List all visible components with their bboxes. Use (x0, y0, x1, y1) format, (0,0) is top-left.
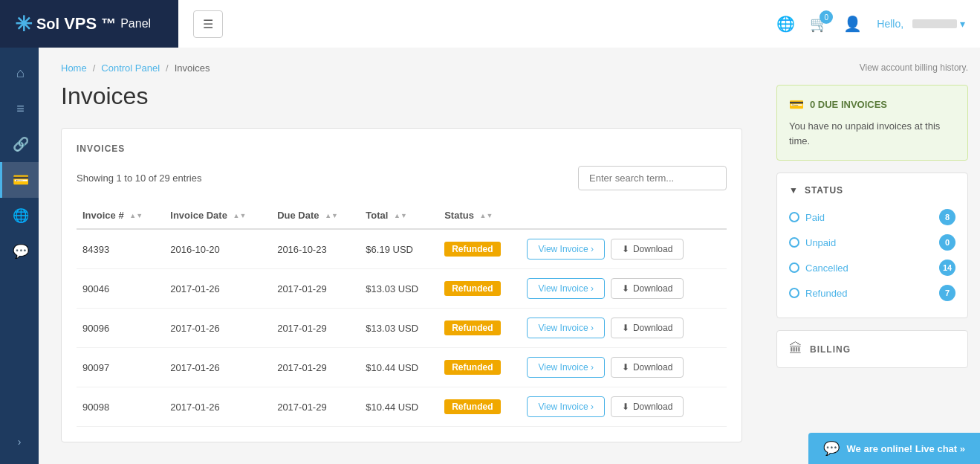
cell-due-date: 2016-10-23 (271, 229, 360, 269)
view-invoice-button[interactable]: View Invoice › (527, 278, 604, 299)
table-row: 90046 2017-01-26 2017-01-29 $13.03 USD R… (77, 269, 727, 309)
sort-icon-due[interactable]: ▲▼ (325, 213, 338, 220)
status-filter-left: Paid (789, 212, 825, 223)
live-chat-label: We are online! Live chat » (847, 443, 965, 454)
table-row: 84393 2016-10-20 2016-10-23 $6.19 USD Re… (77, 229, 727, 269)
sidebar-item-home[interactable]: ⌂ (0, 55, 39, 91)
breadcrumb-sep-2: / (166, 62, 169, 74)
status-filter-header: ▼ STATUS (789, 185, 955, 196)
action-buttons: View Invoice › ⬇ Download (527, 278, 721, 299)
globe-button[interactable]: 🌐 (776, 15, 795, 33)
status-filter-item[interactable]: Refunded 7 (789, 280, 955, 306)
th-status: Status ▲▼ (438, 202, 521, 229)
sort-icon-invoice[interactable]: ▲▼ (129, 213, 143, 220)
table-row: 90096 2017-01-26 2017-01-29 $13.03 USD R… (77, 309, 727, 348)
list-icon: ≡ (16, 101, 25, 117)
sort-icon-date[interactable]: ▲▼ (233, 213, 247, 220)
sidebar: ⌂ ≡ 🔗 💳 🌐 💬 › (0, 48, 39, 464)
brand-panel: Panel (120, 17, 151, 30)
download-icon: ⬇ (622, 402, 629, 412)
live-chat-button[interactable]: 💬 We are online! Live chat » (808, 433, 980, 464)
download-button[interactable]: ⬇ Download (611, 396, 684, 417)
sidebar-item-chat[interactable]: 💬 (0, 233, 39, 269)
sort-icon-status[interactable]: ▲▼ (480, 213, 493, 220)
cell-status: Refunded (438, 309, 521, 348)
cell-actions: View Invoice › ⬇ Download (521, 269, 727, 309)
table-row: 90098 2017-01-26 2017-01-29 $10.44 USD R… (77, 387, 727, 427)
chat-icon: 💬 (13, 243, 29, 260)
status-badge: Refunded (444, 242, 500, 257)
billing-history-text: View account billing history. (776, 62, 968, 73)
radio-circle-icon (789, 262, 799, 273)
search-input[interactable] (578, 166, 727, 190)
sidebar-item-globe[interactable]: 🌐 (0, 198, 39, 233)
view-invoice-button[interactable]: View Invoice › (527, 357, 604, 378)
status-filter-item[interactable]: Unpaid 0 (789, 230, 955, 255)
status-filter-item[interactable]: Cancelled 14 (789, 255, 955, 280)
invoices-table: Invoice # ▲▼ Invoice Date ▲▼ Due Date ▲▼… (77, 202, 727, 427)
billing-card-label: BILLING (810, 344, 851, 355)
radio-circle-icon (789, 288, 799, 298)
download-icon: ⬇ (622, 362, 629, 373)
arrow-right-icon: › (18, 436, 22, 448)
sidebar-collapse-button[interactable]: › (0, 427, 39, 457)
due-invoices-card: 💳 0 DUE INVOICES You have no unpaid invo… (776, 85, 968, 161)
download-icon: ⬇ (622, 323, 629, 333)
cell-due-date: 2017-01-29 (271, 269, 360, 309)
cell-invoice-num: 90098 (77, 387, 164, 427)
action-buttons: View Invoice › ⬇ Download (527, 318, 721, 338)
cart-button[interactable]: 🛒 0 (810, 15, 828, 33)
breadcrumb-control-panel[interactable]: Control Panel (101, 62, 160, 74)
action-buttons: View Invoice › ⬇ Download (527, 396, 721, 417)
user-icon-button[interactable]: 👤 (843, 15, 862, 33)
sidebar-item-links[interactable]: 🔗 (0, 126, 39, 162)
globe-icon: 🌐 (776, 16, 795, 32)
nav-right-area: 🌐 🛒 0 👤 Hello, ▾ (776, 15, 965, 33)
status-filter-item[interactable]: Paid 8 (789, 204, 955, 230)
status-filter-label: Cancelled (805, 262, 848, 274)
table-row: 90097 2017-01-26 2017-01-29 $10.44 USD R… (77, 348, 727, 387)
th-due-date: Due Date ▲▼ (271, 202, 360, 229)
cell-actions: View Invoice › ⬇ Download (521, 387, 727, 427)
cell-total: $6.19 USD (360, 229, 438, 269)
download-button[interactable]: ⬇ Download (611, 278, 684, 299)
right-sidebar: View account billing history. 💳 0 DUE IN… (765, 48, 980, 464)
sidebar-item-billing[interactable]: 💳 (0, 162, 39, 198)
top-nav-main: ☰ 🌐 🛒 0 👤 Hello, ▾ (178, 0, 980, 48)
view-invoice-button[interactable]: View Invoice › (527, 318, 604, 338)
cell-invoice-date: 2017-01-26 (164, 269, 271, 309)
hello-dropdown[interactable]: Hello, ▾ (877, 18, 965, 30)
view-invoice-button[interactable]: View Invoice › (527, 396, 604, 417)
cell-total: $10.44 USD (360, 387, 438, 427)
breadcrumb-home[interactable]: Home (61, 62, 87, 74)
download-button[interactable]: ⬇ Download (611, 357, 684, 378)
cell-due-date: 2017-01-29 (271, 309, 360, 348)
status-count-badge: 0 (939, 234, 955, 251)
status-filter-items: Paid 8 Unpaid 0 Cancelled 14 Refunded 7 (789, 204, 955, 306)
sidebar-item-menu[interactable]: ≡ (0, 91, 39, 126)
globe-sidebar-icon: 🌐 (13, 207, 29, 224)
download-button[interactable]: ⬇ Download (611, 239, 684, 260)
cell-total: $13.03 USD (360, 269, 438, 309)
cart-badge: 0 (820, 10, 833, 24)
main-content: Home / Control Panel / Invoices Invoices… (39, 48, 765, 464)
radio-circle-icon (789, 212, 799, 222)
brand-sol: Sol (36, 16, 59, 33)
status-filter-title: STATUS (805, 185, 843, 196)
view-invoice-button[interactable]: View Invoice › (527, 239, 604, 260)
th-invoice-num: Invoice # ▲▼ (77, 202, 164, 229)
page-title: Invoices (61, 83, 742, 110)
cell-invoice-date: 2016-10-20 (164, 229, 271, 269)
chat-bubble-icon: 💬 (823, 440, 840, 457)
brand-logo: ✳ SolVPS™ Panel (15, 12, 151, 36)
download-button[interactable]: ⬇ Download (611, 318, 684, 338)
home-icon: ⌂ (16, 65, 25, 81)
showing-text: Showing 1 to 10 of 29 entries (77, 173, 201, 184)
hamburger-button[interactable]: ☰ (193, 10, 223, 38)
status-badge: Refunded (444, 281, 500, 296)
status-filter-label: Refunded (805, 288, 847, 299)
sort-icon-total[interactable]: ▲▼ (394, 213, 407, 220)
th-actions (521, 202, 727, 229)
top-navigation: ✳ SolVPS™ Panel ☰ 🌐 🛒 0 👤 Hello, ▾ (0, 0, 980, 48)
user-icon: 👤 (843, 16, 862, 32)
